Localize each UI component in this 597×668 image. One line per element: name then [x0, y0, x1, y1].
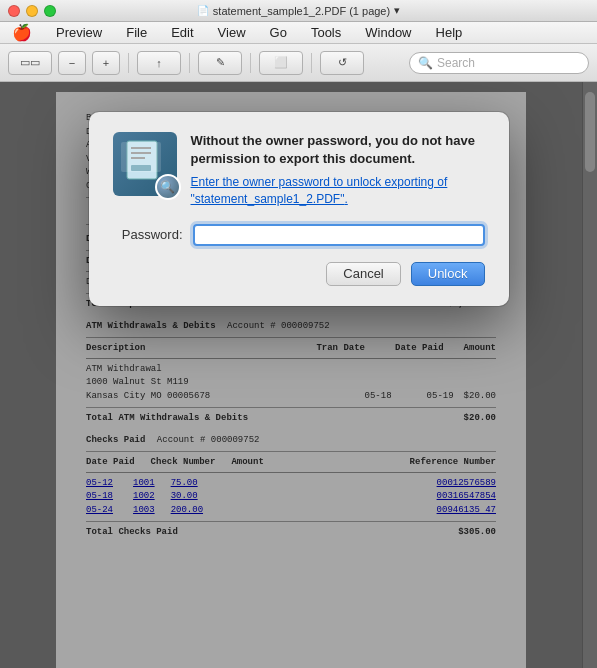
search-placeholder: Search: [437, 56, 475, 70]
minimize-button[interactable]: [26, 5, 38, 17]
separator-4: [311, 53, 312, 73]
password-row: Password:: [113, 224, 485, 246]
password-input[interactable]: [193, 224, 485, 246]
rotate-button[interactable]: ↺: [320, 51, 364, 75]
dialog-text: Without the owner password, you do not h…: [191, 132, 485, 208]
cancel-button[interactable]: Cancel: [326, 262, 400, 286]
go-menu[interactable]: Go: [266, 25, 291, 40]
crop-icon: ⬜: [274, 56, 288, 69]
sidebar-toggle-button[interactable]: ▭▭: [8, 51, 52, 75]
close-button[interactable]: [8, 5, 20, 17]
pdf-icon: 📄: [197, 5, 209, 16]
zoom-in-button[interactable]: +: [92, 51, 120, 75]
svg-rect-1: [131, 147, 151, 149]
help-menu[interactable]: Help: [432, 25, 467, 40]
zoom-in-icon: +: [103, 57, 109, 69]
titlebar: 📄 statement_sample1_2.PDF (1 page) ▾: [0, 0, 597, 22]
toolbar: ▭▭ − + ↑ ✎ ⬜ ↺ 🔍 Search: [0, 44, 597, 82]
button-row: Cancel Unlock: [113, 262, 485, 286]
dialog-header: Without the owner password, you do not h…: [113, 132, 485, 208]
crop-button[interactable]: ⬜: [259, 51, 303, 75]
zoom-out-icon: −: [69, 57, 75, 69]
pen-icon: ✎: [216, 56, 225, 69]
share-icon: ↑: [156, 57, 162, 69]
dialog-body-suffix: .: [344, 192, 347, 206]
main-window: 📄 statement_sample1_2.PDF (1 page) ▾ 🍎 P…: [0, 0, 597, 668]
share-button[interactable]: ↑: [137, 51, 181, 75]
dialog-title: Without the owner password, you do not h…: [191, 132, 485, 168]
view-menu[interactable]: View: [214, 25, 250, 40]
separator-2: [189, 53, 190, 73]
content-area: Beginning Balance on May 3, 2003 $7,126.…: [0, 82, 597, 668]
svg-rect-4: [131, 165, 151, 171]
traffic-lights: [8, 5, 56, 17]
window-menu[interactable]: Window: [361, 25, 415, 40]
window-title: 📄 statement_sample1_2.PDF (1 page) ▾: [197, 4, 400, 17]
file-menu[interactable]: File: [122, 25, 151, 40]
tools-menu[interactable]: Tools: [307, 25, 345, 40]
password-label: Password:: [113, 227, 183, 242]
magnify-badge: [155, 174, 181, 200]
search-icon: 🔍: [418, 56, 433, 70]
preview-menu[interactable]: Preview: [52, 25, 106, 40]
dialog-icon: [113, 132, 177, 196]
dialog-body: Enter the owner password to unlock expor…: [191, 174, 485, 208]
zoom-out-button[interactable]: −: [58, 51, 86, 75]
search-box[interactable]: 🔍 Search: [409, 52, 589, 74]
password-dialog: Without the owner password, you do not h…: [89, 112, 509, 306]
edit-menu[interactable]: Edit: [167, 25, 197, 40]
dialog-body-prefix: Enter the owner password to unlock expor…: [191, 175, 448, 189]
svg-rect-2: [131, 152, 151, 154]
dialog-filename: "statement_sample1_2.PDF": [191, 192, 345, 206]
maximize-button[interactable]: [44, 5, 56, 17]
menubar: 🍎 Preview File Edit View Go Tools Window…: [0, 22, 597, 44]
rotate-icon: ↺: [338, 56, 347, 69]
modal-overlay: Without the owner password, you do not h…: [0, 82, 597, 668]
unlock-button[interactable]: Unlock: [411, 262, 485, 286]
sidebar-icon: ▭▭: [20, 56, 40, 69]
separator-3: [250, 53, 251, 73]
svg-rect-3: [131, 157, 145, 159]
separator-1: [128, 53, 129, 73]
apple-menu[interactable]: 🍎: [8, 23, 36, 42]
annotate-button[interactable]: ✎: [198, 51, 242, 75]
